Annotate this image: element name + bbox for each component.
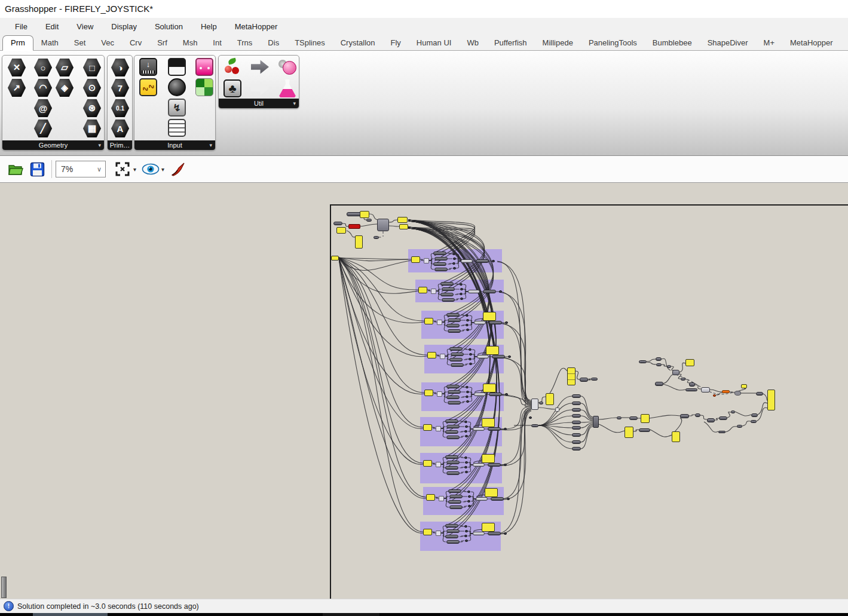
panel-stack-node[interactable]	[567, 367, 575, 385]
param-dot[interactable]	[460, 288, 463, 290]
component-capsule[interactable]	[433, 262, 446, 266]
mini-component[interactable]	[439, 496, 444, 501]
param-dot[interactable]	[453, 258, 456, 260]
component-capsule[interactable]	[572, 402, 581, 405]
tab-bumblebee[interactable]: Bumblebee	[645, 36, 700, 50]
component-capsule[interactable]	[448, 401, 461, 404]
component-capsule[interactable]	[449, 347, 463, 351]
param-dot[interactable]	[508, 355, 511, 358]
component-blob[interactable]	[734, 391, 741, 396]
param-dot[interactable]	[460, 283, 463, 286]
panel-node[interactable]	[546, 393, 554, 405]
component-capsule[interactable]	[580, 378, 588, 382]
component-capsule[interactable]	[751, 420, 757, 423]
value-sequence-icon[interactable]	[168, 99, 186, 117]
mesh-face-param-icon[interactable]: ▦	[82, 119, 102, 138]
component-capsule-light[interactable]	[701, 387, 710, 393]
tab-trns[interactable]: Trns	[229, 36, 261, 50]
param-dot[interactable]	[464, 421, 467, 423]
panel-node[interactable]	[741, 384, 747, 388]
component-capsule[interactable]	[572, 421, 581, 424]
param-dot[interactable]	[465, 540, 468, 542]
tab-crystallon[interactable]: Crystallon	[333, 36, 383, 50]
component-capsule[interactable]	[488, 532, 501, 535]
panel-icon[interactable]	[139, 78, 157, 96]
param-dot[interactable]	[466, 324, 469, 326]
param-dot[interactable]	[492, 260, 495, 262]
tab-metahopper[interactable]: MetaHopper	[782, 36, 841, 50]
component-capsule[interactable]	[491, 497, 504, 501]
component-capsule[interactable]	[756, 392, 763, 396]
tab-millipede[interactable]: Millipede	[535, 36, 581, 50]
panel-primitive-label[interactable]: Prim…	[108, 140, 132, 150]
component-capsule[interactable]	[656, 363, 662, 366]
tab-panelingtools[interactable]: PanelingTools	[581, 36, 645, 50]
component-capsule[interactable]	[483, 290, 496, 293]
component-capsule[interactable]	[449, 505, 463, 509]
component-capsule[interactable]	[446, 461, 460, 464]
mesh-sphere-param-icon[interactable]: ⊛	[82, 99, 102, 118]
tab-fly[interactable]: Fly	[383, 36, 409, 50]
colour-swatch-icon[interactable]	[195, 78, 213, 96]
open-file-button[interactable]	[5, 158, 26, 180]
mini-component[interactable]	[436, 426, 441, 431]
param-dot[interactable]	[505, 393, 508, 396]
preview-settings-button[interactable]	[140, 158, 161, 180]
param-dot[interactable]	[504, 532, 507, 535]
component-capsule[interactable]	[655, 382, 663, 386]
param-dot[interactable]	[452, 262, 455, 265]
panel-node[interactable]	[355, 235, 363, 249]
brep-param-icon[interactable]: ⊙	[82, 78, 102, 97]
param-dot[interactable]	[469, 353, 472, 355]
panel-node[interactable]	[482, 418, 495, 427]
param-dot[interactable]	[467, 500, 470, 502]
mini-component[interactable]	[555, 407, 559, 412]
param-dot[interactable]	[465, 435, 468, 437]
component-capsule[interactable]	[476, 259, 489, 263]
component-capsule[interactable]	[639, 360, 647, 363]
panel-node[interactable]	[767, 390, 775, 410]
param-viewer-icon[interactable]	[224, 79, 241, 97]
param-dot[interactable]	[460, 293, 463, 295]
component-capsule[interactable]	[433, 252, 446, 255]
panel-util-label[interactable]: Util ▾	[219, 99, 299, 108]
sketch-tool-button[interactable]	[168, 158, 189, 180]
tab-human-ui[interactable]: Human UI	[409, 36, 460, 50]
component-capsule[interactable]	[445, 535, 458, 538]
tab-set[interactable]: Set	[66, 36, 94, 50]
tab-vec[interactable]: Vec	[93, 36, 122, 50]
component-capsule[interactable]	[591, 378, 598, 381]
tab-dis[interactable]: Dis	[260, 36, 287, 50]
component-capsule[interactable]	[639, 428, 650, 432]
panel-node[interactable]	[427, 352, 436, 358]
component-capsule[interactable]	[751, 413, 758, 417]
component-square[interactable]	[377, 219, 389, 231]
panel-node[interactable]	[482, 523, 495, 532]
param-dot[interactable]	[466, 400, 469, 403]
component-capsule[interactable]	[451, 363, 464, 367]
tab-wb[interactable]: Wb	[459, 36, 486, 50]
tab-prm[interactable]: Prm	[2, 35, 33, 51]
param-dot[interactable]	[468, 495, 471, 498]
param-dot[interactable]	[469, 363, 472, 365]
boolean-param-icon[interactable]: ◑	[111, 58, 130, 77]
param-dot[interactable]	[464, 430, 467, 433]
menu-item-solution[interactable]: Solution	[146, 20, 192, 33]
mini-component[interactable]	[436, 462, 441, 467]
component-capsule[interactable]	[333, 222, 342, 225]
param-dot[interactable]	[466, 391, 469, 393]
component-capsule[interactable]	[374, 236, 379, 239]
cherry-picker-icon[interactable]	[224, 58, 241, 76]
panel-node[interactable]	[483, 312, 496, 321]
geometry-pipeline-icon[interactable]: ✕	[7, 58, 26, 77]
component-capsule[interactable]	[572, 408, 581, 412]
component-capsule[interactable]	[449, 495, 463, 498]
component-capsule[interactable]	[442, 298, 455, 302]
component-capsule[interactable]	[446, 529, 460, 533]
component-capsule[interactable]	[445, 466, 458, 470]
param-dot[interactable]	[452, 253, 455, 255]
component-capsule[interactable]	[442, 287, 455, 291]
panel-node[interactable]	[424, 390, 433, 396]
panel-node[interactable]	[672, 431, 680, 442]
integer-param-icon[interactable]: 7	[111, 78, 130, 97]
